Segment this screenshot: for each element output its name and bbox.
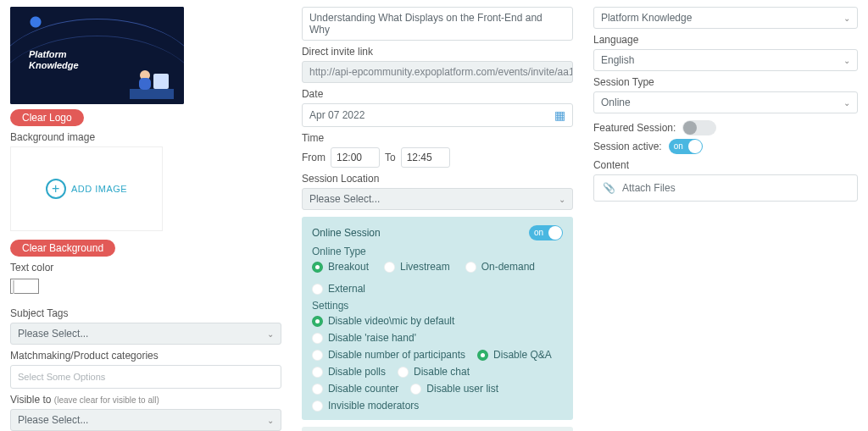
session-active-label: Session active: [593,141,662,152]
chevron-down-icon: ⌄ [267,329,274,339]
session-type-select[interactable]: Online ⌄ [593,91,858,113]
date-input[interactable]: Apr 07 2022 ▦ [302,103,573,127]
settings-label: Settings [312,300,563,312]
add-image-button[interactable]: + ADD IMAGE [10,146,163,231]
background-image-label: Background image [10,131,281,143]
online-session-title: Online Session [312,227,381,239]
date-label: Date [302,88,573,100]
category-select[interactable]: Platform Knowledge ⌄ [593,7,858,29]
person-illustration [130,64,174,99]
logo-text: Platform Knowledge [29,49,79,71]
featured-session-label: Featured Session: [593,122,676,134]
language-label: Language [593,34,858,46]
calendar-icon: ▦ [554,108,565,122]
time-from-input[interactable]: 12:00 [331,147,380,168]
setting-disable-counter[interactable]: Disable counter [312,383,398,395]
svg-rect-1 [153,74,169,89]
matchmaking-label: Matchmaking/Product categories [10,350,281,362]
chevron-down-icon: ⌄ [843,14,850,23]
visible-to-label: Visible to (leave clear for visible to a… [10,394,281,406]
time-to-input[interactable]: 12:45 [401,147,450,168]
time-to-label: To [385,152,396,163]
setting-disable-polls[interactable]: Disable polls [312,366,386,378]
direct-link-input[interactable]: http://api-epcommunity.expoplatform.com/… [302,61,573,83]
setting-disable-userlist[interactable]: Disable user list [410,383,498,395]
clear-background-button[interactable]: Clear Background [10,240,115,257]
content-label: Content [593,159,858,171]
session-active-toggle[interactable]: on [669,139,703,154]
session-type-label: Session Type [593,76,858,88]
setting-disable-participants[interactable]: Disable number of participants [312,349,465,361]
chevron-down-icon: ⌄ [559,195,565,204]
svg-rect-3 [139,78,151,90]
online-type-livestream[interactable]: Livestream [384,261,450,273]
setting-disable-raise-hand[interactable]: Disable 'raise hand' [312,332,416,344]
online-type-breakout[interactable]: Breakout [312,261,369,273]
text-color-swatch[interactable] [10,279,39,294]
clear-logo-button[interactable]: Clear Logo [10,109,84,126]
language-select[interactable]: English ⌄ [593,49,858,71]
attach-files-button[interactable]: 📎 Attach Files [593,174,858,202]
hybrid-session-box: Hybrid Session [302,427,573,431]
subject-tags-select[interactable]: Please Select... ⌄ [10,323,281,345]
setting-disable-qa[interactable]: Disable Q&A [477,349,552,361]
online-type-label: Online Type [312,246,563,257]
visible-to-select[interactable]: Please Select... ⌄ [10,409,281,431]
chevron-down-icon: ⌄ [843,98,850,108]
online-session-box: Online Session on Online Type Breakout L… [302,217,573,420]
plus-circle-icon: + [46,179,66,199]
subject-tags-label: Subject Tags [10,307,281,319]
setting-disable-chat[interactable]: Disable chat [398,366,470,378]
featured-session-toggle[interactable] [682,120,716,135]
svg-rect-0 [130,89,174,99]
matchmaking-multiselect[interactable]: Select Some Options [10,365,281,389]
setting-invisible-moderators[interactable]: Invisible moderators [312,400,419,412]
online-session-toggle[interactable]: on [529,225,563,240]
paperclip-icon: 📎 [603,182,615,194]
online-type-external[interactable]: External [312,283,365,295]
online-type-ondemand[interactable]: On-demand [465,261,535,273]
setting-disable-videomic[interactable]: Disable video\mic by default [312,315,454,327]
chevron-down-icon: ⌄ [267,416,274,425]
session-location-label: Session Location [302,173,573,185]
time-from-label: From [302,152,326,163]
session-title-input[interactable]: Understanding What Displays on the Front… [302,7,573,41]
logo-preview: Platform Knowledge [10,7,184,104]
session-location-select[interactable]: Please Select... ⌄ [302,188,573,210]
chevron-down-icon: ⌄ [843,56,850,65]
direct-link-label: Direct invite link [302,46,573,58]
text-color-label: Text color [10,262,281,274]
time-label: Time [302,132,573,144]
